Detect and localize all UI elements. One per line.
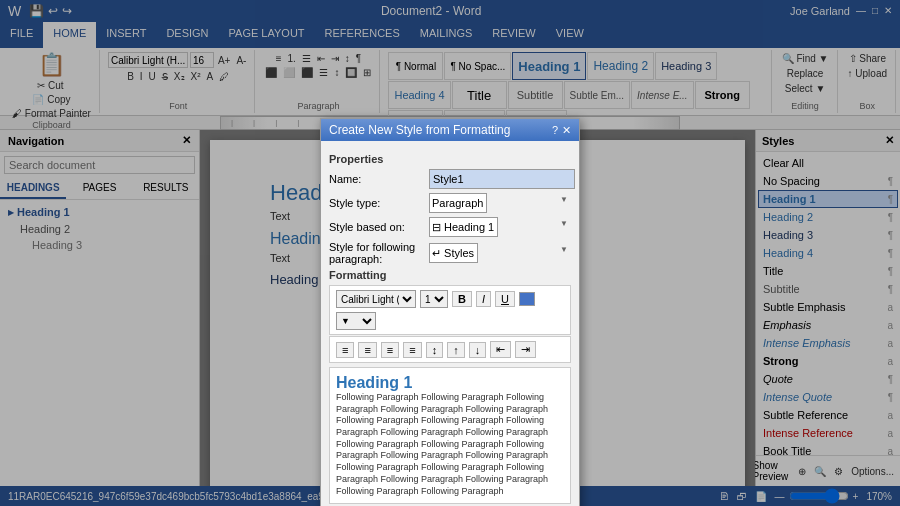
formatting-toolbar: Calibri Light (Hea... 16 B I U ▼ [329, 285, 571, 335]
name-label: Name: [329, 173, 429, 185]
dialog-bold-btn[interactable]: B [452, 291, 472, 307]
dec-indent-small-btn[interactable]: ⇤ [490, 341, 511, 358]
align-left-small-btn[interactable]: ≡ [336, 342, 354, 358]
before-sp-btn[interactable]: ↑ [447, 342, 465, 358]
line-sp-small-btn[interactable]: ↕ [426, 342, 444, 358]
after-sp-btn[interactable]: ↓ [469, 342, 487, 358]
dialog-italic-btn[interactable]: I [476, 291, 491, 307]
dialog-title-text: Create New Style from Formatting [329, 123, 510, 137]
style-follow-row: Style for following paragraph: ↵ Styles [329, 241, 571, 265]
dialog-underline-btn[interactable]: U [495, 291, 515, 307]
dialog-color-swatch[interactable] [519, 292, 535, 306]
dialog-size-select[interactable]: 16 [420, 290, 448, 308]
preview-heading: Heading 1 [336, 374, 564, 392]
justify-small-btn[interactable]: ≡ [403, 342, 421, 358]
style-type-select[interactable]: Paragraph [429, 193, 487, 213]
dialog-body: Properties Name: Style type: Paragraph S… [321, 141, 579, 506]
dialog-color-select[interactable]: ▼ [336, 312, 376, 330]
preview-para: Following Paragraph Following Paragraph … [336, 392, 564, 497]
name-row: Name: [329, 169, 571, 189]
align-right-small-btn[interactable]: ≡ [381, 342, 399, 358]
style-follow-label: Style for following paragraph: [329, 241, 429, 265]
dialog-preview: Heading 1 Following Paragraph Following … [329, 367, 571, 504]
paragraph-formatting-toolbar: ≡ ≡ ≡ ≡ ↕ ↑ ↓ ⇤ ⇥ [329, 336, 571, 363]
dialog-close-btn[interactable]: ✕ [562, 124, 571, 137]
style-based-select[interactable]: ⊟ Heading 1 [429, 217, 498, 237]
style-based-label: Style based on: [329, 221, 429, 233]
style-based-row: Style based on: ⊟ Heading 1 [329, 217, 571, 237]
dialog-title-bar: Create New Style from Formatting ? ✕ [321, 119, 579, 141]
dialog-overlay: Create New Style from Formatting ? ✕ Pro… [0, 0, 900, 506]
align-center-small-btn[interactable]: ≡ [358, 342, 376, 358]
style-type-label: Style type: [329, 197, 429, 209]
style-type-row: Style type: Paragraph [329, 193, 571, 213]
formatting-section-label: Formatting [329, 269, 571, 281]
dialog-help-btn[interactable]: ? [552, 124, 558, 137]
inc-indent-small-btn[interactable]: ⇥ [515, 341, 536, 358]
create-style-dialog: Create New Style from Formatting ? ✕ Pro… [320, 118, 580, 506]
dialog-font-select[interactable]: Calibri Light (Hea... [336, 290, 416, 308]
style-follow-select[interactable]: ↵ Styles [429, 243, 478, 263]
properties-section-label: Properties [329, 153, 571, 165]
style-name-input[interactable] [429, 169, 575, 189]
